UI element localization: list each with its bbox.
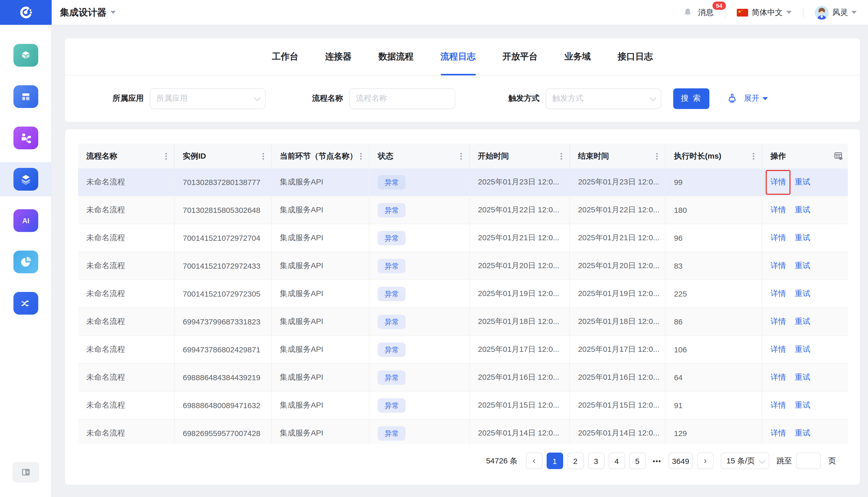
column-menu-icon[interactable] [165,155,167,157]
total-count: 54726 条 [486,456,517,466]
sidebar-item-7[interactable] [0,286,52,320]
retry-link[interactable]: 重试 [795,317,810,327]
page-button-4[interactable]: 4 [608,453,625,469]
sidebar-item-3[interactable] [0,121,52,155]
page-button-5[interactable]: 5 [629,453,645,469]
cell-duration: 64 [666,364,762,391]
table-row[interactable]: 未命名流程701302837280138777集成服务API异常2025年01月… [78,168,848,196]
table-row[interactable]: 未命名流程701302815805302648集成服务API异常2025年01月… [78,196,848,224]
retry-link[interactable]: 重试 [795,205,810,215]
detail-link[interactable]: 详情 [770,345,786,354]
cell-current-node: 集成服务API [271,308,370,335]
sidebar-item-1[interactable] [0,38,52,72]
retry-link[interactable]: 重试 [795,428,810,438]
cell-actions: 详情重试 [762,308,848,335]
tabs-filter-card: 工作台 连接器 数据流程 流程日志 开放平台 业务域 接口日志 所属应用 所属应… [65,38,860,122]
sidebar-item-6[interactable] [0,245,52,279]
tab-data-flow[interactable]: 数据流程 [379,38,414,75]
tab-open-platform[interactable]: 开放平台 [502,38,538,75]
detail-link[interactable]: 详情 [770,233,786,243]
user-menu[interactable]: 风灵 [815,5,857,19]
page-button-3[interactable]: 3 [588,453,604,469]
tab-connectors[interactable]: 连接器 [325,38,352,75]
cell-current-node: 集成服务API [271,280,370,308]
detail-link[interactable]: 详情 [770,261,786,271]
column-settings-icon[interactable] [834,151,844,161]
cell-flow-name: 未命名流程 [78,196,175,224]
retry-link[interactable]: 重试 [795,177,810,187]
page-size-select[interactable]: 15 条/页 [721,453,769,469]
retry-link[interactable]: 重试 [795,345,810,354]
search-button[interactable]: 搜 索 [673,88,709,109]
table-row[interactable]: 未命名流程700141521072972305集成服务API异常2025年01月… [78,280,848,308]
retry-link[interactable]: 重试 [795,289,810,299]
detail-link[interactable]: 详情 [770,428,786,438]
page-title: 集成设计器 [60,6,106,18]
tab-api-logs[interactable]: 接口日志 [618,38,653,75]
cell-start-time: 2025年01月14日 12:0... [470,420,570,444]
language-selector[interactable]: 简体中文 [737,8,792,17]
page-button-2[interactable]: 2 [567,453,584,469]
ai-icon: AI [13,209,38,232]
cell-duration: 99 [666,168,762,196]
bell-icon[interactable] [683,7,693,17]
expand-toggle[interactable]: 展开 [744,94,768,103]
column-menu-icon[interactable] [753,155,754,157]
clear-broom-icon[interactable] [726,93,738,104]
messages-item[interactable]: 消息 54 [698,8,713,17]
page-ellipsis[interactable]: ••• [650,457,664,465]
cell-end-time: 2025年01月23日 12:0... [570,168,666,196]
table-row[interactable]: 未命名流程698886480089471632集成服务API异常2025年01月… [78,392,848,420]
detail-link[interactable]: 详情 [770,372,786,382]
table-row[interactable]: 未命名流程700141521072972704集成服务API异常2025年01月… [78,224,848,252]
cell-instance-id: 698886480089471632 [175,392,272,419]
last-page-button[interactable]: 3649 [668,453,693,469]
tab-workbench[interactable]: 工作台 [272,38,298,75]
cell-actions: 详情重试 [762,224,848,252]
detail-link[interactable]: 详情 [770,317,786,327]
detail-link[interactable]: 详情 [770,289,786,299]
retry-link[interactable]: 重试 [795,372,810,382]
table-row[interactable]: 未命名流程699473786802429871集成服务API异常2025年01月… [78,336,848,364]
detail-link[interactable]: 详情 [770,205,786,215]
status-badge: 异常 [378,286,406,301]
sidebar-collapse-button[interactable] [12,462,39,483]
retry-link[interactable]: 重试 [795,261,810,271]
sidebar-item-5[interactable]: AI [0,203,52,238]
prev-page-button[interactable]: ‹ [526,453,542,469]
page-button-1[interactable]: 1 [546,453,563,469]
status-badge: 异常 [378,314,406,329]
sidebar-item-4-active[interactable] [0,162,52,196]
column-menu-icon[interactable] [460,155,462,157]
next-page-button[interactable]: › [697,453,713,469]
table-row[interactable]: 未命名流程698886484384439219集成服务API异常2025年01月… [78,364,848,392]
detail-link[interactable]: 详情 [770,400,786,410]
trigger-filter-select[interactable]: 触发方式 [545,88,661,109]
cell-flow-name: 未命名流程 [78,252,175,280]
column-menu-icon[interactable] [656,155,658,157]
app-filter-select[interactable]: 所属应用 [150,88,266,109]
jump-page-input[interactable] [796,453,821,469]
column-menu-icon[interactable] [560,155,562,157]
column-menu-icon[interactable] [360,155,362,157]
app-logo[interactable] [0,0,52,25]
retry-link[interactable]: 重试 [795,233,810,243]
tab-flow-logs-active[interactable]: 流程日志 [440,38,475,75]
title-caret-icon[interactable] [111,11,116,14]
table-row[interactable]: 未命名流程700141521072972433集成服务API异常2025年01月… [78,252,848,280]
sidebar-item-2[interactable] [0,80,52,114]
flow-name-input[interactable]: 流程名称 [349,88,455,109]
table-row[interactable]: 未命名流程698269559577007428集成服务API异常2025年01月… [78,420,848,444]
app-filter-placeholder: 所属应用 [157,94,254,103]
cell-flow-name: 未命名流程 [78,420,175,444]
language-label: 简体中文 [752,8,783,17]
tab-business-domain[interactable]: 业务域 [565,38,591,75]
table-row[interactable]: 未命名流程699473799687331823集成服务API异常2025年01月… [78,308,848,336]
cell-instance-id: 700141521072972704 [175,224,272,252]
cell-duration: 86 [666,308,762,335]
user-caret-icon [852,11,857,14]
retry-link[interactable]: 重试 [795,400,810,410]
detail-link[interactable]: 详情 [770,177,786,187]
trigger-filter-placeholder: 触发方式 [552,94,650,103]
column-menu-icon[interactable] [262,155,264,157]
